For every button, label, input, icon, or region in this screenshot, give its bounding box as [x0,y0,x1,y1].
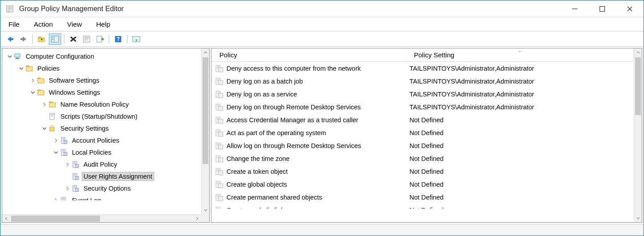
list-row[interactable]: Create permanent shared objectsNot Defin… [211,191,634,204]
list-row[interactable]: Deny log on as a serviceTAILSPINTOYS\Adm… [211,88,634,100]
tree-hscrollbar[interactable] [2,214,201,222]
tree-node-label: Name Resolution Policy [59,100,130,108]
svg-rect-41 [64,140,67,144]
scroll-thumb[interactable] [203,57,208,164]
policy-setting: Not Defined [409,142,444,149]
svg-rect-29 [15,59,20,59]
policy-setting: Not Defined [409,168,444,175]
delete-icon[interactable] [67,33,80,45]
cell-setting: Not Defined [406,155,634,162]
menu-file[interactable]: File [5,19,23,30]
tree-node[interactable]: Security Settings [2,122,209,134]
policy-name: Deny log on as a service [227,91,297,98]
list-header: Policy ⌄ Policy Setting [211,48,642,62]
scroll-up-icon[interactable] [202,48,209,56]
chevron-right-icon[interactable] [53,137,59,144]
close-button[interactable] [616,0,644,17]
list-row[interactable]: Deny log on as a batch jobTAILSPINTOYS\A… [211,75,634,88]
chevron-right-icon[interactable] [53,197,59,204]
policy-item-icon [215,180,224,189]
tree-node[interactable]: User Rights Assignment [2,170,209,182]
scroll-down-icon[interactable] [634,214,642,222]
forward-icon[interactable] [17,33,30,45]
tree-node-label: Computer Configuration [24,52,95,60]
tree-node[interactable]: Local Policies [2,146,209,158]
svg-text:?: ? [116,36,119,42]
chevron-down-icon[interactable] [30,89,36,96]
svg-rect-6 [600,6,605,11]
column-header-policy[interactable]: Policy [211,48,406,61]
svg-rect-18 [83,36,90,42]
column-header-setting[interactable]: ⌄ Policy Setting [406,48,634,61]
svg-rect-58 [61,197,65,204]
list-row[interactable]: Create a token objectNot Defined [211,165,634,178]
cell-policy: Create a token object [211,167,406,176]
chevron-right-icon[interactable] [64,185,71,192]
tree-node[interactable]: Windows Settings [2,86,209,98]
policy-item-icon [215,64,224,73]
list-row[interactable]: Access Credential Manager as a trusted c… [211,113,634,126]
scroll-thumb[interactable] [11,216,100,222]
help-icon[interactable]: ? [112,33,124,45]
policy-name: Create global objects [227,181,287,188]
list-row[interactable]: Act as part of the operating systemNot D… [211,126,634,139]
export-icon[interactable] [94,33,106,45]
chevron-down-icon[interactable] [7,53,13,60]
chevron-right-icon[interactable] [41,101,48,108]
chevron-down-icon[interactable] [18,65,24,72]
scroll-up-icon[interactable] [634,48,642,56]
menu-view[interactable]: View [64,19,85,30]
tree-node[interactable]: Security Options [2,182,209,194]
tree-node[interactable]: Name Resolution Policy [2,98,209,110]
chevron-right-icon[interactable] [30,77,36,84]
up-folder-icon[interactable] [36,33,48,45]
policy-name: Create a token object [227,168,288,175]
chevron-right-icon[interactable] [64,161,71,168]
tree-node[interactable]: Software Settings [2,74,209,86]
tree-node[interactable]: Computer Configuration [2,50,209,62]
svg-rect-49 [76,164,79,168]
tree-node[interactable]: Event Log [2,194,209,206]
policy-setting: TAILSPINTOYS\Administrator,Administrator [409,65,534,72]
folder-icon [37,76,45,84]
list-row[interactable]: Deny access to this computer from the ne… [211,62,634,75]
list-row[interactable]: Change the time zoneNot Defined [211,152,634,165]
back-icon[interactable] [4,33,16,45]
tree-node[interactable]: Scripts (Startup/Shutdown) [2,110,209,122]
menu-action[interactable]: Action [30,19,56,30]
filter-icon[interactable] [130,33,143,45]
minimize-button[interactable] [561,0,588,17]
scroll-left-icon[interactable] [2,215,10,222]
maximize-button[interactable] [588,0,616,17]
list-row[interactable]: Deny log on through Remote Desktop Servi… [211,100,634,113]
list-vscrollbar[interactable] [634,48,642,222]
scroll-down-icon[interactable] [202,206,209,214]
scroll-thumb[interactable] [635,57,641,115]
policy-setting: TAILSPINTOYS\Administrator,Administrator [409,91,534,98]
show-tree-icon[interactable] [49,33,61,45]
svg-rect-91 [219,158,223,162]
tree-node[interactable]: Audit Policy [2,158,209,170]
cell-setting: Not Defined [406,129,634,136]
svg-rect-32 [38,91,44,95]
list-row[interactable]: Create symbolic linksNot Defined [211,204,634,216]
policy-setting: TAILSPINTOYS\Administrator,Administrator [409,104,534,111]
cell-policy: Deny log on as a service [211,90,406,99]
chevron-down-icon[interactable] [53,149,59,156]
tree-node[interactable]: Account Policies [2,134,209,146]
list-row[interactable]: Allow log on through Remote Desktop Serv… [211,139,634,152]
tree-vscrollbar[interactable] [201,48,209,214]
chevron-down-icon[interactable] [41,125,48,132]
svg-rect-57 [76,188,79,192]
menu-help[interactable]: Help [92,19,114,30]
svg-rect-79 [219,119,223,124]
policy-setting: Not Defined [409,129,444,136]
scroll-right-icon[interactable] [193,215,201,222]
folder-icon [37,88,45,96]
expander-none [41,113,48,120]
policy-item-icon [215,167,224,176]
tree-node[interactable]: Policies [2,62,209,74]
list-row[interactable]: Create global objectsNot Defined [211,178,634,191]
properties-icon[interactable] [80,33,93,45]
svg-rect-28 [16,58,19,59]
